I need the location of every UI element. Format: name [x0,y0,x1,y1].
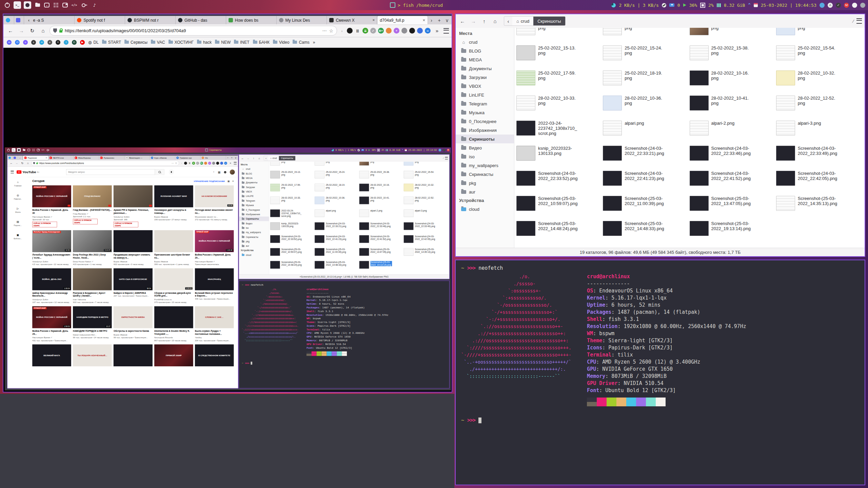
back-button[interactable]: ← [458,18,467,24]
overflow-icon[interactable]: » [433,26,441,35]
tab[interactable]: BSPWM not r [125,16,176,24]
volume-icon[interactable] [683,3,686,7]
video-download-ext-icon[interactable]: ⇊ [192,162,195,165]
file-item[interactable]: Screenshot-(24-03-2022_22:42:05).png [776,169,863,195]
power-workspace-icon[interactable] [3,1,11,9]
file-item[interactable]: Screenshot-(25-03-2022_14:35:13).png [404,247,448,260]
file-item[interactable]: 24-03-2022_20-43.png [603,28,689,44]
sidebar-item-Telegram[interactable]: Telegram [456,99,514,108]
firefox-workspace-icon[interactable] [24,1,31,9]
bookmark-item[interactable]: ◍DL [88,40,99,45]
file-item[interactable]: Screenshot-(25-03-2022_14:48:33).png [603,220,689,245]
video-card[interactable]: Разгром в Бердянске | Арест Шойгу | Захв… [73,268,112,303]
sidebar-item-MEGA[interactable]: MEGA [456,55,514,64]
files-workspace-icon[interactable] [34,1,41,9]
sidebar-item-BLOG[interactable]: BLOG [456,46,514,55]
telegram-tray-icon[interactable] [438,149,441,151]
video-card[interactable]: Армия РФ в Украине. Пленные, раненные...… [114,185,153,227]
d-bookmark[interactable]: D [72,40,77,45]
sidebar-item-VBOX[interactable]: VBOX [456,82,514,90]
video-thumbnail[interactable]: ПРЯМОЙ ЭФИРВОЙНА РОССИИ С УКРАИНОЙ [32,185,71,207]
video-card[interactable]: ИНАСРАНЕЦВеликий Мага устроил переполох … [195,268,234,303]
file-item[interactable]: 25-02-2022_15-54.png [404,170,448,183]
caret-icon[interactable]: ^ [748,3,750,7]
video-card[interactable]: Пригожинские шестёрки бегают по...Борис … [154,230,193,265]
mail-tray-icon[interactable]: M [844,3,849,8]
sidebar-item-0_Последнее[interactable]: 0_Последнее [239,207,269,212]
tracking-shield-icon[interactable] [53,28,57,33]
video-card[interactable]: ТЫ ЛОШАРА КОНЧЕННЫЙ… [73,344,112,366]
grid-workspace-icon[interactable] [52,1,60,9]
home-button[interactable]: ⌂ [257,157,261,160]
list-view-icon[interactable]: ≡ [233,180,234,183]
key-workspace-icon[interactable] [46,148,50,152]
forward-button[interactable]: → [15,161,19,165]
tab[interactable]: Сменил X✖ [327,16,377,24]
pinned-tab-telegram[interactable] [8,156,13,160]
file-item[interactable]: 24-03-2022_20-43.png [315,162,359,170]
sidebar-item-Изображения[interactable]: Изображения [456,126,514,135]
file-item[interactable]: alpari-3.png [776,119,863,144]
dark-reader-ext-icon[interactable] [216,162,219,165]
shield-tray-icon[interactable]: ✓ [836,3,841,8]
sidebar-item-VBOX[interactable]: VBOX [239,189,269,194]
search-button[interactable] [155,169,164,175]
video-thumbnail[interactable]: Легкобыт Эдуард Александрович11:52 [32,230,71,252]
tab-list-icon[interactable]: v [234,156,238,160]
library-ext-icon[interactable]: ||| [188,162,191,165]
file-item[interactable]: 28-02-2022_10-41.png [359,196,403,209]
bookmark-item[interactable]: NEW [215,40,231,45]
url-more-icon[interactable]: ⋯ [172,162,174,165]
video-thumbnail[interactable]: RUSSIANS AGAINST WAR [154,185,193,207]
video-thumbnail[interactable]: ТЫ ЛОШАРА КОНЧЕННЫЙ… [73,344,112,366]
tab[interactable]: GitHub - das [176,16,226,24]
file-item[interactable]: 28-02-2022_12-52.png [776,94,863,119]
file-item[interactable]: Screenshot-(25-03-2022_19:13:14).png [359,260,403,273]
video-card[interactable]: ПРЯМОЙ ЭФИРВОЙНА РОССИИ С УКРАИНОЙ1:59:5… [32,306,71,342]
file-item[interactable]: alpari-3.png [404,209,448,222]
layers-bookmark[interactable]: ≡ [56,40,60,45]
tab-list-icon[interactable]: v [443,16,451,24]
path-home-tab[interactable]: ⌂crud [512,17,533,25]
video-thumbnail[interactable] [154,230,193,252]
menu-icon[interactable] [234,162,236,164]
file-item[interactable]: 25-02-2022_15-38.png [690,44,776,69]
file-item[interactable]: 25-02-2022_15-54.png [776,44,863,69]
telegram-tray-icon[interactable] [820,3,825,8]
firefox-workspace-icon[interactable] [17,148,21,152]
tab-close-icon[interactable]: × [46,157,47,159]
adblock-ext-icon[interactable]: B+ [378,28,384,34]
overflow-icon[interactable]: » [228,161,233,165]
menu-icon[interactable] [856,18,862,24]
mail-tray-icon[interactable]: M [447,149,450,151]
video-thumbnail[interactable]: ПРЯМОЙ ЭФИР [154,344,193,366]
upload-icon[interactable]: ↑ [213,170,214,174]
tab[interactable]: How does bs [226,16,277,24]
video-card[interactable] [114,344,153,366]
hexagon-ext-icon[interactable]: + [208,162,211,165]
sidebar-item-Загрузки[interactable]: Загрузки [239,185,269,189]
library-ext-icon[interactable]: ||| [355,28,360,34]
pinned-tab-telegram[interactable] [4,16,14,24]
video-card[interactable]: НАВОДИМ ПОРЯДОК В МЕТРО22:27НАВОДИМ ПОРЯ… [73,306,112,342]
tab[interactable]: ▶Лукашенко [99,156,124,160]
sidebar-item-LinLIFE[interactable]: LinLIFE [456,90,514,99]
file-item[interactable]: 25-02-2022_13-11.png [404,162,448,170]
manage-subscriptions-link[interactable]: УПРАВЛЕНИЕ ПОДПИСКАМИ [194,180,225,182]
video-card[interactable]: ОКРЕСТНОСТИ КИЕВАОбстрелы в окрестности … [114,306,153,342]
video-card[interactable]: В СЛЕДСТВЕННОМ КОМИТЕТЕ [195,344,234,366]
sidebar-item-aur[interactable]: aur [456,187,514,196]
video-card[interactable]: ПРЯМОЙ ЭФИР [154,344,193,366]
video-thumbnail[interactable]: ОКРЕСТНОСТИ КИЕВА [114,306,153,328]
sidebar-item-Скринкасты[interactable]: Скринкасты [456,170,514,179]
new-tab-button[interactable]: + [435,16,443,24]
video-card[interactable]: ПРЯМОЙ ЭФИРВОЙНА РОССИИ С УКРАИНОЙВойна … [32,185,71,227]
tab[interactable]: d704a9_full.p× [377,16,428,24]
terminal-workspace-icon[interactable]: >_ [14,1,21,9]
file-item[interactable]: 25-02-2022_13-11.png [776,28,863,44]
sidebar-item-crud[interactable]: ⌂crud [239,167,269,171]
tab-scroll-icon[interactable]: › [428,16,435,24]
sidebar-item-Загрузки[interactable]: Загрузки [456,73,514,82]
video-thumbnail[interactable] [114,185,153,207]
youtube-logo[interactable]: YouTubeRU [17,170,39,174]
